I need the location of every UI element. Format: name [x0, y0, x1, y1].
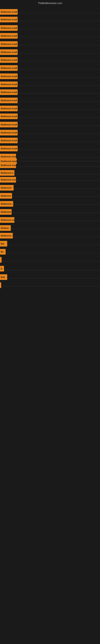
- bar-label: Bottleneck result: [1, 148, 17, 150]
- bar-item: Bottleneck result: [0, 98, 18, 103]
- bar-item: Bottleneck result: [0, 89, 18, 95]
- bar-item: Bottleneck result: [0, 49, 18, 55]
- separator-line: [0, 213, 100, 213]
- bar-label: Bottleneck res: [1, 219, 14, 221]
- bar-item: Bottleneck result: [0, 130, 18, 136]
- separator-line: [0, 229, 100, 229]
- bar-item: Bottleneck: [0, 193, 12, 199]
- site-title: TheBottlenecker.com: [0, 0, 100, 6]
- bar-label: Bott: [1, 276, 5, 278]
- bar-item: Bottleneck result: [0, 122, 18, 128]
- bar-label: Bottleneck result: [1, 140, 17, 142]
- separator-line: [0, 196, 100, 197]
- bar-item: Bottleneck: [0, 209, 12, 215]
- bar-label: Bottleneck result: [1, 51, 17, 53]
- bar-item: Bottleneck result: [0, 138, 18, 143]
- bar-item: Bottleneck result: [0, 114, 18, 119]
- bar-label: Bottleneck result: [1, 160, 17, 162]
- separator-line: [0, 253, 100, 253]
- bar-label: Bottleneck result: [1, 75, 17, 78]
- separator-line: [0, 188, 100, 189]
- bar-label: Bottleneck result: [1, 59, 17, 61]
- bar-label: Bottleneck result: [1, 115, 17, 118]
- bar-label: Bo: [1, 251, 3, 253]
- bar-label: Bottleneck result: [1, 108, 17, 110]
- bar-label: Bot: [1, 243, 4, 245]
- bar-item: Bottleneck result: [0, 106, 18, 111]
- bar-label: Bottleneck result: [1, 156, 16, 158]
- bar-item: Bot: [0, 241, 7, 246]
- bar-item: Bottleneck result: [0, 82, 18, 87]
- bar-item: Bottleneck result: [0, 33, 18, 39]
- bar-label: Bottleneck r: [1, 235, 12, 237]
- separator-line: [0, 261, 100, 261]
- bar-item: Bottleneck result: [0, 65, 18, 71]
- header: TheBottlenecker.com: [0, 0, 100, 6]
- bar-item: Bott: [0, 274, 7, 280]
- bar-item: Bottleneck result: [0, 74, 18, 79]
- bar-label: Bottlene: [1, 227, 9, 229]
- separator-line: [0, 270, 100, 270]
- separator-line: [0, 237, 100, 237]
- bar-item: Bottleneck result: [0, 17, 18, 22]
- bar-item: Bottleneck result: [0, 9, 18, 15]
- bar-item: Bottleneck result: [0, 177, 16, 182]
- bar-item: Bottleneck res: [0, 217, 14, 223]
- separator-line: [0, 221, 100, 221]
- bar-label: Bottleneck r: [1, 203, 12, 205]
- bar-item: B: [0, 266, 4, 272]
- bar-item: Bottleneck result: [0, 57, 18, 63]
- bar-label: Bottleneck: [1, 195, 11, 197]
- bar-label: Bottleneck: [1, 211, 11, 213]
- bar-item: Bottleneck result: [0, 146, 18, 151]
- bar-label: Bottleneck result: [1, 67, 17, 69]
- bar-label: B: [1, 268, 2, 270]
- separator-line: [0, 286, 100, 286]
- bar-label: Bottleneck result: [1, 35, 17, 37]
- bar-label: Bottleneck result: [1, 164, 16, 166]
- bar-label: Bottleneck result: [1, 43, 17, 45]
- bar-item: Bottleneck result: [0, 25, 18, 31]
- bar-label: Bottleneck re: [1, 172, 13, 174]
- bar-label: Bottleneck result: [1, 91, 17, 94]
- bar-label: Bottleneck result: [1, 18, 17, 21]
- bar-label: Bottleneck result: [1, 100, 17, 102]
- bar-label: Bottleneck result: [1, 83, 17, 86]
- bar-item: [0, 257, 1, 263]
- bar-item: Bottleneck result: [0, 41, 18, 47]
- separator-line: [0, 174, 100, 174]
- bar-label: Bottleneck result: [1, 27, 17, 29]
- bar-label: Bottleneck result: [1, 11, 17, 13]
- bar-item: Bottleneck r: [0, 201, 13, 207]
- bar-label: Bottleneck result: [1, 124, 17, 126]
- bar-item: Bottlene: [0, 225, 11, 231]
- bar-item: [0, 282, 1, 288]
- chart-area: Bottleneck resultBottleneck resultBottle…: [0, 6, 100, 639]
- bar-item: Bo: [0, 249, 6, 254]
- bar-item: Bottleneck r: [0, 185, 14, 190]
- bar-label: Bottleneck result: [1, 132, 17, 134]
- bar-label: Bottleneck r: [1, 187, 12, 189]
- bar-label: Bottleneck result: [1, 179, 16, 181]
- bar-item: Bottleneck result: [0, 162, 16, 168]
- bar-item: Bottleneck re: [0, 170, 14, 176]
- bar-item: Bottleneck r: [0, 233, 13, 238]
